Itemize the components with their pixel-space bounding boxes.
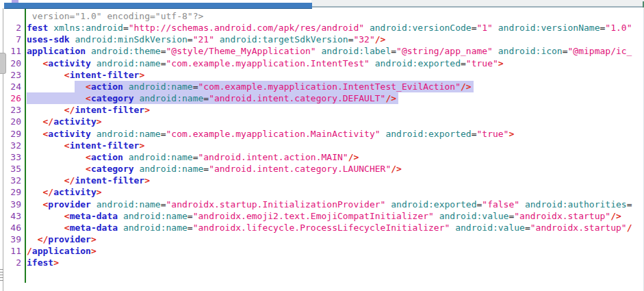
code-line: 39 </provider> (0, 233, 644, 245)
code-token: version="1.0" encoding="utf-8"?> (27, 11, 203, 21)
code-token: android:name (129, 81, 193, 92)
code-line: 24 <action android:name="com.example.mya… (0, 81, 644, 92)
code-token: < (86, 152, 91, 162)
code-segment: version="1.0" encoding="utf-8"?> (27, 10, 203, 22)
line-number: 39 (4, 233, 21, 245)
code-token: < (86, 81, 91, 92)
code-token: activity (53, 116, 96, 127)
code-token: < (64, 211, 70, 221)
code-token: > (53, 257, 59, 268)
code-token: "androidx.lifecycle.ProcessLifecycleInit… (193, 223, 450, 233)
code-token: /> (375, 34, 386, 45)
line-number: 11 (4, 45, 21, 57)
code-viewer-window: version="1.0" encoding="utf-8"?>2fest xm… (0, 0, 644, 291)
code-line: 29 <activity android:name="com.example.m… (0, 128, 644, 140)
scroll-grip-dots[interactable] (0, 269, 3, 282)
line-number: 29 (4, 128, 21, 140)
code-token: activity (48, 129, 91, 139)
code-segment: <intent-filter> (27, 140, 144, 151)
line-number: 2 (4, 257, 21, 268)
code-token: android:name (123, 211, 188, 221)
code-token: action (91, 152, 123, 162)
code-line: 23 </intent-filter> (0, 104, 644, 116)
code-token: "1" (476, 23, 492, 33)
code-token (27, 223, 64, 233)
code-token: application (32, 246, 91, 256)
code-segment: uses-sdk android:minSdkVersion="21" andr… (27, 34, 385, 45)
code-area[interactable]: version="1.0" encoding="utf-8"?>2fest xm… (0, 10, 644, 268)
code-token: xmlns:android (53, 23, 123, 33)
code-token: > (498, 58, 504, 68)
code-token: > (91, 234, 96, 244)
code-token: provider (48, 199, 91, 210)
code-token: android:label (321, 46, 391, 56)
code-token (27, 93, 86, 103)
code-token: meta-data (70, 211, 118, 221)
code-token: > (139, 70, 144, 80)
code-token: < (64, 223, 70, 233)
code-token: > (144, 175, 150, 186)
code-segment: </activity> (27, 186, 102, 198)
code-token (27, 116, 42, 127)
code-segment: <meta-data android:name="androidx.lifecy… (27, 222, 632, 233)
code-segment: application android:theme="@style/Theme_… (27, 45, 632, 57)
code-token: < (86, 164, 91, 174)
line-number: 39 (4, 199, 21, 210)
code-segment: ifest> (27, 257, 59, 268)
code-token (493, 23, 498, 33)
line-number: 20 (4, 116, 21, 127)
code-segment: </activity> (27, 116, 102, 127)
code-token (364, 23, 370, 33)
code-token (75, 81, 86, 92)
code-segment: <meta-data android:name="androidx.emoji2… (27, 210, 621, 222)
code-token: > (96, 187, 102, 197)
code-segment: </provider> (27, 233, 96, 245)
line-number: 33 (4, 151, 21, 163)
toolbar-fragment-icon (12, 0, 18, 3)
code-token: android:versionCode (370, 23, 472, 33)
code-token: android:versionName (498, 23, 600, 33)
line-number: 46 (4, 222, 21, 233)
code-line: 35 <category android:name="android.inten… (0, 163, 644, 175)
code-line: 33 <action android:name="android.intent.… (0, 151, 644, 163)
code-token (493, 46, 498, 56)
code-token: "21" (193, 34, 214, 45)
code-token (214, 34, 220, 45)
current-line-number: 26 (4, 92, 21, 104)
code-token: android:name (139, 93, 203, 103)
code-line: 20 </activity> (0, 116, 644, 127)
line-number: 20 (4, 58, 21, 69)
code-token: = (391, 46, 396, 56)
code-token: </ (64, 105, 75, 115)
code-token: uses-sdk (27, 34, 70, 45)
line-number: 24 (4, 81, 21, 92)
horizontal-scrollbar-thumb[interactable] (4, 3, 312, 9)
code-token: "androidx.emoji2.text.EmojiCompatInitial… (193, 211, 434, 221)
code-token: "android.intent.category.LAUNCHER" (209, 164, 391, 174)
code-token: = (627, 199, 632, 210)
code-token (450, 223, 455, 233)
code-token: android:icon (498, 46, 563, 56)
code-token: </ (38, 234, 49, 244)
code-token: </ (42, 187, 53, 197)
code-segment: </intent-filter> (27, 175, 150, 186)
code-token: "@string/app_name" (396, 46, 493, 56)
selection-highlight: <action android:name="com.example.myappl… (75, 81, 473, 92)
horizontal-scrollbar-track[interactable] (311, 0, 644, 8)
code-segment: <activity android:name="com.example.myap… (27, 128, 514, 140)
code-token: android:name (129, 152, 193, 162)
code-token: = (461, 58, 466, 68)
code-token: "@mipmap/ic_ (568, 46, 632, 56)
code-token: "true" (466, 58, 498, 68)
code-token: category (91, 93, 134, 103)
code-token: = (161, 129, 166, 139)
code-token: = (123, 23, 129, 33)
code-token: action (91, 81, 123, 92)
line-number: 43 (4, 210, 21, 222)
code-token: android:authorities (525, 199, 627, 210)
code-token: android:exported (375, 58, 461, 68)
code-token: android:name (96, 199, 161, 210)
code-token: android:name (139, 164, 203, 174)
code-line: 11application android:theme="@style/Them… (0, 45, 644, 57)
code-token: intent-filter (70, 70, 140, 80)
